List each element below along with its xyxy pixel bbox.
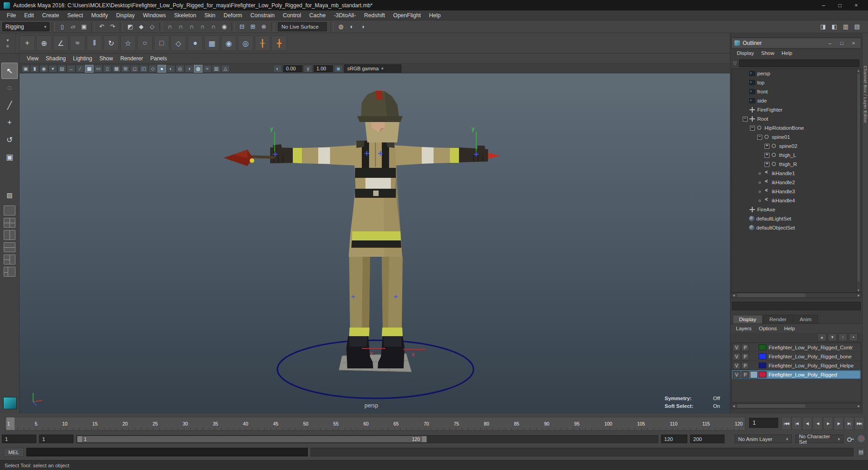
ipr-render-icon[interactable]: ◐	[347, 22, 357, 32]
outliner-persp-layout-button[interactable]	[4, 267, 15, 277]
layer-editor-menu-item[interactable]: Layers	[732, 326, 755, 331]
frame-tick-label[interactable]: 30	[182, 421, 188, 426]
wrap-deformer-icon[interactable]: ◎	[238, 35, 253, 51]
layer-editor-tab[interactable]: Display	[733, 315, 763, 323]
outliner-item[interactable]: front	[732, 87, 861, 96]
frame-tick-label[interactable]: 50	[303, 421, 309, 426]
frame-tick-label[interactable]: 1	[7, 421, 10, 426]
frame-tick-label[interactable]: 45	[273, 421, 278, 426]
anim-layer-dropdown[interactable]: No Anim Layer ▾	[735, 435, 792, 443]
toggle-channel-box-icon[interactable]: ▥	[841, 22, 851, 32]
window-maximize-button[interactable]: □	[832, 0, 848, 10]
toggle-tool-settings-icon[interactable]: ◧	[829, 22, 839, 32]
expander-icon[interactable]	[757, 198, 762, 203]
safe-action-icon[interactable]: ◻	[130, 65, 139, 73]
frame-tick-label[interactable]: 80	[484, 421, 489, 426]
outliner-item[interactable]: FireFighter	[732, 105, 861, 114]
textured-icon[interactable]: ◐	[167, 65, 175, 73]
undo-icon[interactable]: ↶	[97, 22, 107, 32]
outliner-item[interactable]: FireAxe	[732, 205, 861, 214]
range-slider-bar[interactable]: 1 120	[76, 435, 658, 443]
menu-item[interactable]: Edit	[20, 11, 38, 20]
render-settings-icon[interactable]: ◑	[358, 22, 368, 32]
animation-end-field[interactable]: 200	[690, 435, 725, 443]
menu-item[interactable]: Skin	[200, 11, 219, 20]
layer-list-horizontal-scrollbar[interactable]	[731, 403, 861, 409]
layer-move-up-icon[interactable]: ▴	[818, 333, 826, 341]
outliner-item[interactable]: thigh_L	[732, 151, 861, 160]
outliner-vertical-scrollbar[interactable]	[856, 69, 861, 292]
ik-spline-icon[interactable]: ≈	[70, 35, 85, 51]
input-connections-icon[interactable]: ⊟	[237, 22, 247, 32]
layer-color-swatch[interactable]	[759, 353, 766, 359]
frame-tick-label[interactable]: 95	[574, 421, 580, 426]
outliner-item[interactable]: side	[732, 96, 861, 105]
expander-icon[interactable]	[750, 126, 755, 131]
orient-joint-icon[interactable]: ↻	[104, 35, 119, 51]
window-close-button[interactable]: ×	[848, 0, 864, 10]
layer-playback-toggle[interactable]: P	[741, 362, 749, 369]
node-label[interactable]: defaultLightSet	[756, 216, 791, 221]
expander-icon[interactable]	[764, 162, 769, 167]
lights-icon[interactable]: ◎	[176, 65, 184, 73]
menu-item[interactable]: Control	[279, 11, 305, 20]
gamma-field[interactable]: 1.00	[314, 65, 333, 72]
frame-tick-label[interactable]: 110	[670, 421, 678, 426]
outliner-item[interactable]: ikHandle4	[732, 196, 861, 205]
make-live-icon[interactable]: ◉	[219, 22, 229, 32]
field-chart-icon[interactable]: ⊞	[121, 65, 130, 73]
move-tool[interactable]: +	[1, 114, 18, 131]
redo-icon[interactable]: ↷	[108, 22, 118, 32]
shaded-icon[interactable]: ●	[158, 65, 166, 73]
four-pane-layout-button[interactable]	[4, 218, 15, 228]
outliner-window-titlebar[interactable]: Outliner – □ ×	[731, 38, 861, 49]
shadows-icon[interactable]: ◑	[185, 65, 193, 73]
exposure-icon[interactable]: ◐	[273, 65, 282, 73]
menu-item[interactable]: Modify	[87, 11, 112, 20]
animation-preferences-icon[interactable]	[857, 435, 865, 443]
create-layer-from-selected-icon[interactable]: ▪	[849, 333, 858, 341]
snap-to-view-plane-icon[interactable]: ∩	[208, 22, 218, 32]
isolate-select-icon[interactable]: △	[221, 65, 230, 73]
panel-menu-item[interactable]: Renderer	[117, 55, 147, 62]
outliner-item[interactable]: spine02	[732, 142, 861, 151]
camera-attributes-icon[interactable]: ◉	[39, 65, 48, 73]
gate-mask-icon[interactable]: ▩	[112, 65, 121, 73]
menu-item[interactable]: Select	[63, 11, 87, 20]
display-layer-row[interactable]: V P Firefighter_Low_Poly_Rigged_Contr	[732, 343, 861, 352]
soft-mod-icon[interactable]: ◉	[221, 35, 237, 51]
construction-history-icon[interactable]: ⊗	[259, 22, 269, 32]
auto-keyframe-icon[interactable]	[846, 435, 854, 443]
xray-icon[interactable]: ▥	[212, 65, 221, 73]
scrollbar-thumb[interactable]	[737, 404, 805, 408]
live-surface-field[interactable]: No Live Surface	[278, 22, 327, 31]
menu-item[interactable]: Help	[425, 11, 445, 20]
menu-item[interactable]: Skeleton	[170, 11, 201, 20]
layer-editor-tab[interactable]: Render	[763, 315, 793, 323]
frame-tick-label[interactable]: 85	[514, 421, 519, 426]
go-to-end-button[interactable]: ▶▶|	[854, 417, 864, 430]
frame-tick-label[interactable]: 25	[153, 421, 158, 426]
window-minimize-button[interactable]: –	[815, 0, 832, 10]
menu-item[interactable]: Redshift	[360, 11, 389, 20]
expander-icon[interactable]	[757, 135, 762, 140]
mirror-joint-icon[interactable]: ‖	[87, 35, 102, 51]
node-label[interactable]: spine01	[772, 134, 790, 140]
layer-visibility-toggle[interactable]: V	[733, 344, 740, 351]
layer-name[interactable]: Firefighter_Low_Poly_Rigged_bone	[767, 353, 860, 360]
outliner-item[interactable]: ikHandle1	[732, 169, 861, 178]
joint-tool-icon[interactable]: +	[20, 35, 35, 51]
frame-tick-label[interactable]: 75	[454, 421, 459, 426]
color-management-icon[interactable]: ◙	[334, 65, 343, 73]
outliner-item[interactable]: ikHandle3	[732, 187, 861, 196]
channel-box-layer-editor-tab[interactable]: Channel Box / Layer Editor	[863, 66, 868, 123]
hik-character-icon[interactable]: ☆	[120, 35, 136, 51]
layer-color-swatch[interactable]	[759, 344, 766, 350]
frame-tick-label[interactable]: 70	[424, 421, 429, 426]
expander-icon[interactable]	[764, 153, 769, 158]
script-editor-icon[interactable]: ▤	[857, 448, 865, 456]
select-camera-icon[interactable]: ▣	[21, 65, 30, 73]
layer-editor-menu-item[interactable]: Help	[780, 326, 799, 331]
shelf-menu-icon[interactable]: ≡	[6, 44, 9, 49]
go-to-start-button[interactable]: |◀◀	[781, 417, 791, 430]
